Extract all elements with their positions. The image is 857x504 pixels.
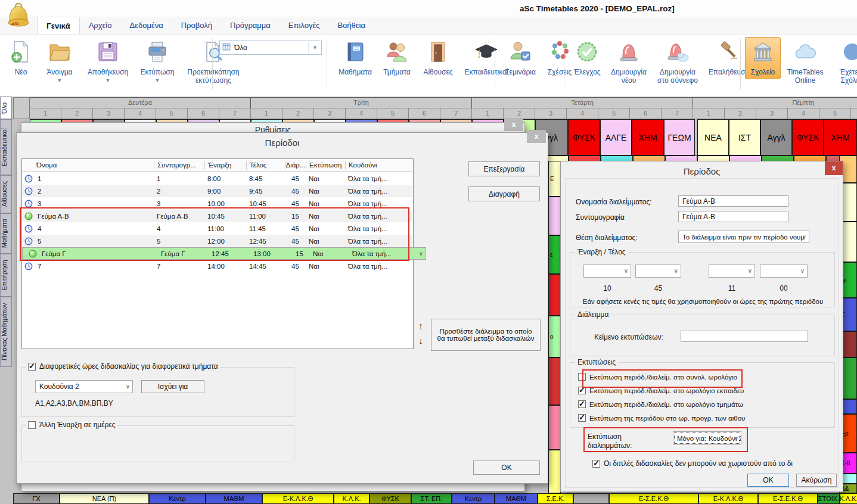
end-time-cell: 13:00 bbox=[250, 250, 289, 257]
lesson-cell[interactable]: ΦΥΣΚ bbox=[369, 493, 411, 504]
start-hour-dropdown[interactable] bbox=[583, 265, 631, 278]
break-position-dropdown[interactable]: Το διάλειμμα είναι πριν τιν περίοδο νουμ bbox=[678, 231, 809, 243]
lesson-label: ΣΤ. ΕΠ. bbox=[421, 495, 443, 502]
lesson-cell[interactable]: ΧΗΜ bbox=[824, 119, 857, 155]
periods-table: ΌνομαΣυντομογρ...ΈναρξηΤέλοςΔιάρ...Εκτύπ… bbox=[21, 158, 414, 349]
double-lessons-checkbox[interactable] bbox=[592, 460, 600, 468]
column-header-Κουδούνι[interactable]: Κουδούνι bbox=[345, 161, 411, 170]
column-header-Εκτύπωση[interactable]: Εκτύπωση bbox=[306, 161, 345, 170]
end-minute-dropdown[interactable] bbox=[760, 265, 808, 278]
lesson-cell[interactable] bbox=[548, 405, 561, 450]
lesson-cell[interactable]: ΝΕΑ (Π) bbox=[60, 493, 149, 504]
print-option-row: Εκτύπωση περιόδ./διαλείμ. στο συνολ. ωρο… bbox=[570, 370, 836, 384]
table-row[interactable]: 5512:0012:4545ΝαιΌλα τα τμή... bbox=[22, 235, 413, 247]
edit-button[interactable]: Επεξεργασία bbox=[468, 161, 540, 176]
lesson-cell[interactable]: Σ.Ε.Κ. bbox=[538, 493, 573, 504]
table-header-row: ΌνομαΣυντομογρ...ΈναρξηΤέλοςΔιάρ...Εκτύπ… bbox=[22, 159, 413, 172]
delete-button[interactable]: Διαγραφή bbox=[468, 186, 540, 201]
lesson-cell[interactable]: Ε-Κ.Λ.Κ.Θ bbox=[698, 493, 758, 504]
lesson-cell[interactable]: ΦΥΣΚ bbox=[792, 119, 824, 155]
lesson-cell[interactable]: ΣΤ. ΕΠ. bbox=[411, 493, 452, 504]
table-row[interactable]: Γεύμα ΓΓεύμα Γ12:4513:0015ΝαιΌλα τα τμή.… bbox=[22, 247, 426, 260]
lesson-cell[interactable]: Κ.Λ.Κ. bbox=[840, 493, 857, 504]
lesson-cell[interactable]: ΦΥΣΚ bbox=[568, 119, 600, 155]
bells-dropdown[interactable]: Κουδούνια 2 bbox=[35, 380, 133, 393]
table-row[interactable]: 229:009:4545ΝαιΌλα τα τμή... bbox=[22, 185, 413, 197]
column-header-Συντομογρ...[interactable]: Συντομογρ... bbox=[154, 161, 204, 170]
end-time-cell: 14:45 bbox=[246, 263, 285, 270]
column-header-Τέλος[interactable]: Τέλος bbox=[246, 161, 285, 170]
abbreviation-input[interactable]: Γεύμα Α-Β bbox=[678, 211, 788, 222]
close-icon[interactable]: x bbox=[527, 130, 546, 143]
lesson-cell[interactable]: Αγγλ bbox=[760, 119, 792, 155]
lesson-label: Αγγλ bbox=[767, 133, 785, 142]
print-breaks-dropdown[interactable]: Μόνο για: Κουδούνι 2 bbox=[673, 431, 741, 445]
table-row[interactable]: 4411:0011:4545ΝαιΌλα τα τμή... bbox=[22, 222, 413, 235]
table-row[interactable]: 7714:0014:4545ΝαιΌλα τα τμή... bbox=[22, 260, 413, 272]
lesson-cell[interactable]: Ε-Σ.Ε.Κ.Θ bbox=[758, 493, 818, 504]
print-option-checkbox[interactable] bbox=[578, 400, 586, 408]
lesson-cell[interactable]: Ε-Κ.Λ.Κ.Θ bbox=[262, 493, 334, 504]
end-time-cell: 12:45 bbox=[246, 238, 285, 245]
lesson-cell[interactable]: ΑΛΓΕ bbox=[600, 119, 632, 155]
close-icon[interactable]: x bbox=[825, 161, 843, 175]
lesson-cell[interactable]: Ε-Σ.Ε.Κ.Θ bbox=[609, 493, 698, 504]
end-time-cell: 11:00 bbox=[246, 213, 285, 220]
table-row[interactable]: Γεύμα Α-ΒΓεύμα Α-Β10:4511:0015ΝαιΌλα τα … bbox=[22, 210, 413, 222]
bell-cell: Όλα τα τμή... bbox=[349, 250, 415, 257]
other-start-checkbox[interactable] bbox=[28, 421, 36, 429]
table-row[interactable]: 118:008:4545ΝαιΌλα τα τμή... bbox=[22, 172, 413, 185]
ok-button[interactable]: OK bbox=[473, 461, 540, 475]
lesson-cell[interactable]: ΣΤΟΙΧ. bbox=[818, 493, 840, 504]
column-header-Όνομα[interactable]: Όνομα bbox=[22, 161, 154, 170]
lesson-cell[interactable]: ΙΣΤ bbox=[729, 119, 760, 155]
applies-to-button[interactable]: Ισχύει για bbox=[141, 380, 204, 393]
lesson-label: ΝΕΑ bbox=[704, 133, 722, 142]
lesson-cell[interactable]: ε bbox=[548, 235, 561, 274]
table-row[interactable]: 3310:0010:4545ΝαιΌλα τα τμή... bbox=[22, 197, 413, 210]
lesson-cell[interactable] bbox=[573, 493, 609, 504]
end-minute-hint: 00 bbox=[760, 284, 808, 293]
lesson-cell[interactable] bbox=[548, 450, 561, 493]
move-up-arrow-icon[interactable]: ↑ bbox=[416, 321, 426, 331]
print-option-row: Εκτύπωση περιόδ./διαλείμ. στο ωρολόγιο τ… bbox=[570, 397, 836, 411]
lesson-cell[interactable]: Κεντρ bbox=[452, 493, 495, 504]
bell-cell: Όλα τα τμή... bbox=[345, 213, 411, 220]
lesson-cell[interactable]: ΜΑΘΜ bbox=[495, 493, 538, 504]
period-name: Γεύμα Γ bbox=[42, 250, 66, 257]
break-name-input[interactable]: Γεύμα Α-Β bbox=[678, 195, 788, 207]
start-minute-dropdown[interactable] bbox=[635, 265, 681, 278]
column-header-Διάρ...[interactable]: Διάρ... bbox=[285, 161, 306, 170]
column-header-Έναρξη[interactable]: Έναρξη bbox=[204, 161, 246, 170]
print-option-row: Εκτύπωση της περιόδου στο ωρ. προγρ. των… bbox=[570, 411, 836, 425]
lesson-cell[interactable]: Ε bbox=[548, 161, 561, 197]
break-legend: Διάλειμμα bbox=[575, 310, 611, 319]
lesson-label: Σ.Ε.Κ. bbox=[547, 495, 565, 502]
lesson-label: ΦΥΣΚ bbox=[796, 133, 819, 142]
lesson-cell[interactable]: ΜΑΘΜ bbox=[206, 493, 262, 504]
print-option-checkbox[interactable] bbox=[578, 414, 586, 422]
lesson-cell[interactable]: ΝΕΑ bbox=[697, 119, 729, 155]
add-break-button[interactable]: Προσθέστε διάλειμμα το οποίο θα τυπωθεί … bbox=[431, 319, 541, 351]
lesson-cell[interactable]: Κεντρ bbox=[149, 493, 206, 504]
lesson-cell[interactable]: Κ.Λ.Κ. bbox=[334, 493, 369, 504]
lesson-cell[interactable] bbox=[548, 274, 561, 316]
cancel-button[interactable]: Ακύρωση bbox=[796, 474, 837, 487]
abbreviation-cell: Γεύμα Α-Β bbox=[154, 213, 204, 220]
print-option-checkbox[interactable] bbox=[578, 387, 586, 394]
lesson-cell[interactable]: ΓΧ bbox=[13, 493, 60, 504]
different-hours-checkbox[interactable] bbox=[28, 363, 36, 371]
ok-button[interactable]: OK bbox=[747, 474, 789, 487]
bell-cell: Όλα τα τμή... bbox=[345, 225, 411, 232]
close-icon[interactable]: x bbox=[504, 118, 523, 131]
lesson-cell[interactable] bbox=[548, 357, 561, 405]
lesson-cell[interactable]: ο bbox=[548, 316, 561, 357]
move-down-arrow-icon[interactable]: ↓ bbox=[416, 335, 426, 346]
lesson-cell[interactable] bbox=[548, 197, 561, 235]
bell-cell: Όλα τα τμή... bbox=[345, 238, 411, 245]
end-hour-dropdown[interactable] bbox=[709, 265, 755, 278]
lesson-cell[interactable]: ΧΗΜ bbox=[632, 119, 664, 155]
lesson-cell[interactable]: ΓΕΩΜ bbox=[664, 119, 695, 155]
print-option-checkbox[interactable] bbox=[578, 373, 586, 381]
print-text-input[interactable] bbox=[681, 331, 808, 342]
